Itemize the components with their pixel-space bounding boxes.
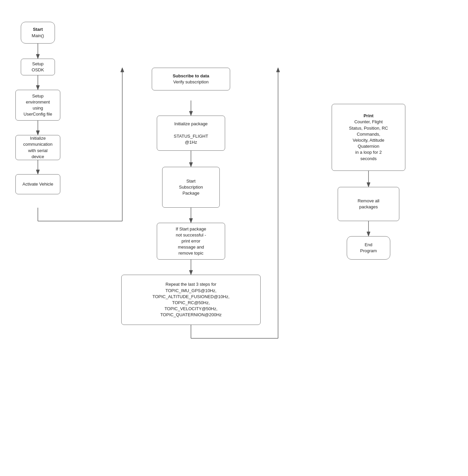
print-node: Print Counter, FlightStatus, Position, R… [332, 104, 405, 171]
subscribe-node: Subscribe to data Verify subscription [152, 68, 230, 90]
flowchart: StartMain() SetupOSDK Setupenvironmentus… [0, 0, 468, 476]
arrows-svg [0, 0, 468, 476]
print-label-bold: Print [363, 113, 374, 118]
setup-osdk-label: SetupOSDK [32, 61, 44, 73]
subscribe-label-normal: Verify subscription [173, 79, 209, 85]
svg-marker-19 [189, 270, 193, 275]
svg-marker-25 [367, 183, 370, 187]
svg-marker-5 [36, 131, 40, 135]
end-label: EndProgram [360, 242, 377, 254]
svg-marker-15 [189, 162, 193, 167]
activate-label: Activate Vehicle [22, 181, 53, 187]
setup-osdk-node: SetupOSDK [21, 59, 55, 75]
svg-marker-23 [276, 68, 280, 72]
svg-marker-13 [189, 111, 193, 116]
remove-all-node: Remove allpackages [338, 187, 399, 221]
init-pkg-label: Initialize packageSTATUS_FLIGHT@1Hz [174, 121, 208, 145]
svg-marker-17 [189, 218, 193, 223]
init-comm-label: Initializecommunicationwith serialdevice [23, 135, 52, 160]
if-start-node: If Start packagenot successful -print er… [157, 223, 225, 260]
svg-marker-27 [367, 232, 370, 236]
svg-marker-3 [36, 85, 40, 90]
repeat-label: Repeat the last 3 steps forTOPIC_IMU_GPS… [152, 281, 229, 318]
init-pkg-node: Initialize packageSTATUS_FLIGHT@1Hz [157, 116, 225, 151]
setup-env-node: SetupenvironmentusingUserConfig file [15, 90, 60, 121]
repeat-node: Repeat the last 3 steps forTOPIC_IMU_GPS… [121, 275, 261, 325]
svg-marker-1 [36, 54, 40, 59]
subscribe-label-bold: Subscribe to data [173, 73, 209, 78]
start-sub-node: StartSubscriptionPackage [162, 167, 220, 208]
svg-marker-11 [121, 68, 124, 72]
activate-node: Activate Vehicle [15, 174, 60, 194]
remove-all-label: Remove allpackages [357, 198, 379, 210]
print-label-normal: Counter, FlightStatus, Position, RCComma… [349, 119, 388, 161]
start-node: StartMain() [21, 22, 55, 44]
start-sub-label: StartSubscriptionPackage [179, 178, 203, 197]
end-node: EndProgram [347, 236, 390, 260]
svg-marker-7 [36, 170, 40, 174]
init-comm-node: Initializecommunicationwith serialdevice [15, 135, 60, 160]
setup-env-label: SetupenvironmentusingUserConfig file [23, 93, 52, 118]
if-start-label: If Start packagenot successful -print er… [176, 226, 206, 257]
